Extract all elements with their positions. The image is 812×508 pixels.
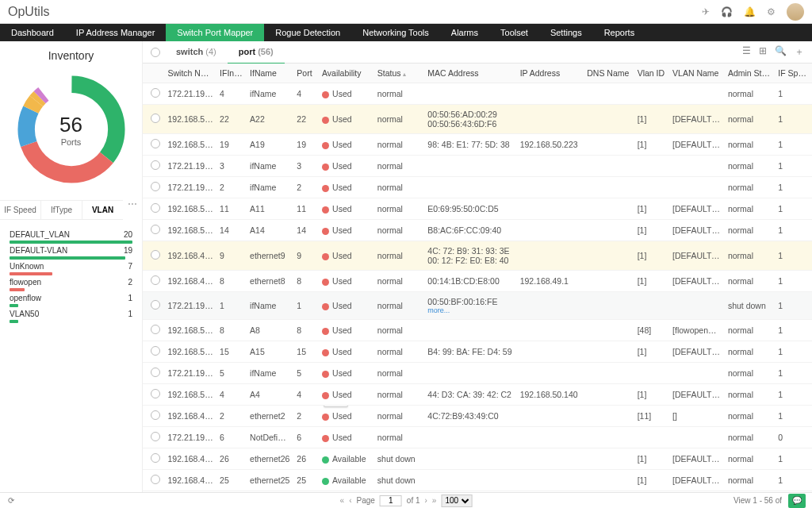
col-header[interactable]: IF Speed <box>775 64 812 83</box>
row-checkbox[interactable] <box>151 410 160 420</box>
refresh-icon[interactable]: ⟳ <box>8 496 14 505</box>
grid-view-icon[interactable]: ⊞ <box>759 45 767 59</box>
row-checkbox[interactable] <box>151 182 160 191</box>
next-page-icon[interactable]: › <box>425 496 427 505</box>
row-checkbox[interactable] <box>151 453 160 463</box>
first-page-icon[interactable]: « <box>340 496 345 505</box>
vlan-item[interactable]: DEFAULT-VLAN19 <box>10 244 132 255</box>
avatar[interactable] <box>787 3 804 21</box>
table-row[interactable]: 192.168.49.…2ethernet22UsedUsednormal4C:… <box>143 406 812 427</box>
navbar: DashboardIP Address ManagerSwitch Port M… <box>0 24 812 41</box>
col-header[interactable]: VLAN Name <box>669 64 725 83</box>
nav-rogue-detection[interactable]: Rogue Detection <box>264 24 351 41</box>
row-checkbox[interactable] <box>151 88 160 98</box>
row-checkbox[interactable] <box>151 203 160 213</box>
row-checkbox[interactable] <box>151 368 160 377</box>
col-header[interactable]: Port <box>293 64 319 83</box>
row-checkbox[interactable] <box>151 325 160 334</box>
table-row[interactable]: 192.168.49.…26ethernet2626Availableshut … <box>143 448 812 470</box>
tab-switch[interactable]: switch (4) <box>165 41 228 64</box>
chat-icon[interactable]: 💬 <box>788 494 806 508</box>
row-checkbox[interactable] <box>151 114 160 123</box>
nav-ip-address-manager[interactable]: IP Address Manager <box>65 24 166 41</box>
vlan-item[interactable]: UnKnown7 <box>10 260 132 271</box>
list-view-icon[interactable]: ☰ <box>742 45 751 59</box>
table-row[interactable]: 172.21.197.…5ifName5Usednormalnormal1 <box>143 363 812 384</box>
row-checkbox[interactable] <box>151 225 160 234</box>
col-header[interactable]: IFIndex <box>216 64 247 83</box>
table-row[interactable]: 172.21.197.…6NotDefined6Usednormalnormal… <box>143 427 812 448</box>
table-row[interactable]: 192.168.50.…8A88Usednormal[48][flowopen…… <box>143 320 812 341</box>
row-checkbox[interactable] <box>151 139 160 148</box>
ports-donut-chart: 56 Ports <box>12 70 131 189</box>
table-row[interactable]: 172.21.197.…4ifName4Usednormalnormal1 <box>143 83 812 105</box>
col-header[interactable]: Availability <box>319 64 374 83</box>
col-header[interactable]: DNS Name <box>584 64 634 83</box>
ports-table-wrap[interactable]: Switch Name▴IFIndexIfNamePortAvailabilit… <box>143 64 812 492</box>
row-checkbox[interactable] <box>151 160 160 170</box>
sidebar-tab-if-speed[interactable]: IF Speed <box>0 201 41 219</box>
per-page-select[interactable]: 100 <box>441 495 472 507</box>
col-header[interactable]: Vlan ID <box>634 64 669 83</box>
vlan-item[interactable]: flowopen2 <box>10 275 132 287</box>
row-checkbox[interactable] <box>151 275 160 285</box>
more-link[interactable]: more... <box>427 306 513 314</box>
sidebar-tabs: IF SpeedIfTypeVLAN <box>0 200 123 220</box>
tooltip: Used <box>324 406 348 408</box>
col-header[interactable]: Switch Name▴ <box>164 64 216 83</box>
table-row[interactable]: 192.168.49.…25ethernet2525Availableshut … <box>143 470 812 491</box>
col-header[interactable]: Status▴ <box>374 64 424 83</box>
vlan-item[interactable]: DEFAULT_VLAN20 <box>10 228 132 239</box>
select-all-checkbox[interactable] <box>151 48 160 57</box>
nav-switch-port-mapper[interactable]: Switch Port Mapper <box>166 24 264 41</box>
nav-settings[interactable]: Settings <box>539 24 593 41</box>
search-icon[interactable]: 🔍 <box>775 45 787 59</box>
table-row[interactable]: 172.21.197.…1ifName1Usednormal00:50:BF:0… <box>143 292 812 320</box>
row-checkbox[interactable] <box>151 346 160 356</box>
launch-icon[interactable]: ✈ <box>702 6 710 17</box>
more-icon[interactable]: ⋯ <box>123 195 142 220</box>
vlan-item[interactable]: openflow1 <box>10 291 132 302</box>
nav-dashboard[interactable]: Dashboard <box>0 24 65 41</box>
prev-page-icon[interactable]: ‹ <box>349 496 351 505</box>
col-header[interactable]: IfName <box>247 64 293 83</box>
nav-alarms[interactable]: Alarms <box>440 24 489 41</box>
page-input[interactable] <box>380 495 402 506</box>
gear-icon[interactable]: ⚙ <box>767 6 776 17</box>
table-row[interactable]: 192.168.50.…19A1919Usednormal98: 4B: E1:… <box>143 134 812 156</box>
sidebar-tab-vlan[interactable]: VLAN <box>82 201 123 219</box>
nav-reports[interactable]: Reports <box>593 24 646 41</box>
topbar: OpUtils ✈ 🎧 🔔 ⚙ <box>0 0 812 24</box>
table-row[interactable]: 172.21.197.…2ifName2Usednormalnormal1 <box>143 177 812 198</box>
nav-toolset[interactable]: Toolset <box>489 24 539 41</box>
table-row[interactable]: 192.168.49.…8ethernet88Usednormal00:14:1… <box>143 271 812 292</box>
table-row[interactable]: 192.168.50.…4A44Usednormal44: D3: CA: 39… <box>143 384 812 406</box>
page-label: Page <box>356 496 374 505</box>
vlan-item[interactable]: VLAN501 <box>10 307 132 318</box>
sidebar-tab-iftype[interactable]: IfType <box>41 201 82 219</box>
col-header[interactable] <box>143 64 164 83</box>
sidebar: Inventory 56 Ports IF SpeedIfTypeVLAN ⋯ … <box>0 41 143 492</box>
last-page-icon[interactable]: » <box>432 496 437 505</box>
table-row[interactable]: 172.21.197.…3ifName3Usednormalnormal1 <box>143 156 812 177</box>
row-checkbox[interactable] <box>151 250 160 260</box>
donut-value: 56 <box>59 113 82 137</box>
nav-networking-tools[interactable]: Networking Tools <box>351 24 440 41</box>
table-row[interactable]: 192.168.50.…22A2222Usednormal00:50:56:AD… <box>143 105 812 134</box>
row-checkbox[interactable] <box>151 432 160 441</box>
help-icon[interactable]: 🎧 <box>721 6 733 17</box>
row-checkbox[interactable] <box>151 389 160 398</box>
vlan-list: DEFAULT_VLAN20DEFAULT-VLAN19UnKnown7flow… <box>0 220 142 331</box>
table-row[interactable]: 192.168.50.…11A1111UsednormalE0:69:95:50… <box>143 198 812 220</box>
tab-port[interactable]: port (56) <box>228 41 285 64</box>
add-icon[interactable]: ＋ <box>795 45 804 59</box>
col-header[interactable]: Admin Status <box>725 64 775 83</box>
col-header[interactable]: IP Address <box>517 64 584 83</box>
bell-icon[interactable]: 🔔 <box>744 6 756 17</box>
col-header[interactable]: MAC Address <box>424 64 516 83</box>
table-row[interactable]: 192.168.50.…15A1515UsednormalB4: 99: BA:… <box>143 341 812 363</box>
table-row[interactable]: 192.168.49.…9ethernet99Usednormal4C: 72:… <box>143 241 812 271</box>
row-checkbox[interactable] <box>151 300 160 310</box>
row-checkbox[interactable] <box>151 475 160 484</box>
table-row[interactable]: 192.168.50.…14A1414UsednormalB8:AC:6F:CC… <box>143 220 812 241</box>
